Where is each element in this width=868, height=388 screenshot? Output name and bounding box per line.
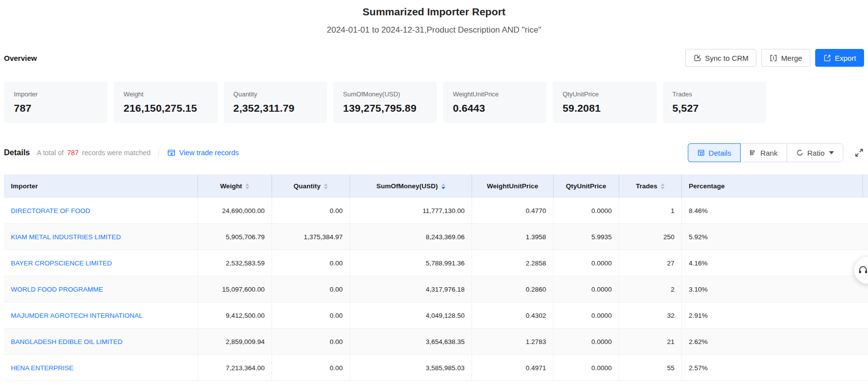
column-header-qup: QtyUnitPrice [553,174,619,198]
view-trade-records-link[interactable]: View trade records [167,148,239,157]
table-row: WORLD FOOD PROGRAMME15,097,600.000.004,3… [4,276,868,302]
importer-link[interactable]: BANGLADESH EDIBLE OIL LIMITED [11,338,122,345]
importer-link[interactable]: HENA ENTERPRISE [11,364,74,372]
table-row: KIAM METAL INDUSTRIES LIMITED5,905,706.7… [4,224,868,250]
column-header-wup: WeightUnitPrice [472,174,553,198]
cell-quantity: 0.00 [272,250,350,276]
tab-rank[interactable]: Rank [740,144,787,162]
stat-card-label: SumOfMoney(USD) [343,90,427,98]
cell-importer: WORLD FOOD PROGRAMME [4,276,197,302]
details-heading: Details [4,148,30,157]
cell-wup: 1.3958 [472,224,553,250]
cell-importer: HENA ENTERPRISE [4,355,197,381]
details-toolbar: Details Rank Ratio [688,143,864,162]
column-header-sum[interactable]: SumOfMoney(USD) [350,174,472,198]
cell-weight: 5,905,706.79 [197,224,272,250]
stat-card: Weight 216,150,275.15 [114,82,217,123]
merge-button[interactable]: Merge [761,49,810,67]
tab-rank-label: Rank [760,149,778,157]
cell-qup: 0.0000 [553,276,619,302]
cell-quantity: 0.00 [272,355,350,381]
fullscreen-button[interactable] [854,148,864,158]
overview-heading: Overview [4,54,37,62]
page-title: Summarized Importer Report [0,0,868,18]
importer-link[interactable]: MAJUMDER AGROTECH INTERNATIONAL [11,312,143,319]
view-trade-records-label: View trade records [179,149,239,157]
headset-icon [858,265,868,276]
cell-trades: 32 [619,302,681,328]
cell-weight: 15,097,600.00 [197,276,272,302]
sync-to-crm-button[interactable]: Sync to CRM [685,49,756,67]
overview-bar: Overview Sync to CRM Merge [0,49,868,67]
cell-qup: 0.0000 [553,329,619,354]
stat-card-label: QtyUnitPrice [562,90,646,98]
table-row: MAJUMDER AGROTECH INTERNATIONAL9,412,500… [4,302,868,329]
column-header-quantity[interactable]: Quantity [272,174,350,198]
cell-importer: DIRECTORATE OF FOOD [4,198,197,223]
cell-trades: 55 [619,355,681,381]
stat-card-label: Importer [14,90,98,98]
stat-card-label: WeightUnitPrice [453,90,537,98]
importer-link[interactable]: WORLD FOOD PROGRAMME [11,286,103,293]
sort-carets [661,183,665,189]
stat-card-value: 5,527 [672,102,756,114]
stat-card-value: 2,352,311.79 [234,102,317,114]
column-label: QtyUnitPrice [566,182,606,190]
column-header-trades[interactable]: Trades [619,174,681,198]
stat-card-label: Weight [123,90,207,98]
importer-link[interactable]: KIAM METAL INDUSTRIES LIMITED [11,233,121,241]
table-row: DIRECTORATE OF FOOD24,690,000.000.0011,7… [4,198,868,224]
cell-wup: 0.4770 [472,198,553,223]
sync-icon [693,54,702,62]
importer-link[interactable]: DIRECTORATE OF FOOD [11,207,90,215]
sort-carets [324,183,328,189]
column-label: Quantity [294,182,321,190]
column-label: Weight [220,182,242,190]
tab-ratio[interactable]: Ratio [787,144,843,162]
column-label: Percentage [689,182,725,190]
table-body: DIRECTORATE OF FOOD24,690,000.000.0011,7… [4,198,868,381]
export-label: Export [835,54,856,62]
cell-importer: MAJUMDER AGROTECH INTERNATIONAL [4,302,197,328]
divider [158,149,159,157]
cell-quantity: 0.00 [272,198,350,223]
importer-link[interactable]: BAYER CROPSCIENCE LIMITED [11,259,112,267]
cell-importer: BANGLADESH EDIBLE OIL LIMITED [4,329,197,354]
table-row: BANGLADESH EDIBLE OIL LIMITED2,859,009.9… [4,329,868,355]
view-records-icon [167,148,176,157]
stat-card-value: 787 [14,102,98,114]
cell-pct: 8.46% [681,198,868,223]
details-tab-icon [697,149,705,157]
importers-table: ImporterWeightQuantitySumOfMoney(USD)Wei… [4,174,868,381]
merge-label: Merge [781,54,802,62]
cell-pct: 2.62% [681,329,868,354]
cell-sum: 8,243,369.06 [350,224,472,250]
column-header-weight[interactable]: Weight [197,174,272,198]
stat-card-label: Trades [672,90,756,98]
cell-wup: 0.4302 [472,302,553,328]
cell-pct: 4.16% [681,250,868,276]
cell-wup: 1.2783 [472,329,553,354]
column-label: Importer [11,182,38,190]
cell-trades: 27 [619,250,681,276]
stat-card-value: 216,150,275.15 [123,102,207,114]
cell-sum: 4,049,128.50 [350,302,472,328]
sync-to-crm-label: Sync to CRM [705,54,749,62]
column-label: WeightUnitPrice [487,182,538,190]
cell-sum: 3,654,638.35 [350,329,472,354]
cell-trades: 1 [619,198,681,223]
tab-details[interactable]: Details [688,144,740,162]
stat-card: QtyUnitPrice 59.2081 [552,82,656,123]
table-row: HENA ENTERPRISE7,213,364.000.003,585,985… [4,355,868,381]
matched-suffix: records were matched [82,149,151,157]
stat-card: Importer 787 [4,82,108,123]
column-label: SumOfMoney(USD) [376,182,438,190]
table-row: BAYER CROPSCIENCE LIMITED2,532,583.590.0… [4,250,868,276]
export-button[interactable]: Export [815,49,864,67]
cell-weight: 2,532,583.59 [197,250,272,276]
cell-sum: 11,777,130.00 [350,198,472,223]
stat-card-value: 0.6443 [453,102,537,114]
cell-wup: 0.4971 [472,355,553,381]
merge-icon [769,54,778,62]
overview-actions: Sync to CRM Merge Export [685,49,864,67]
